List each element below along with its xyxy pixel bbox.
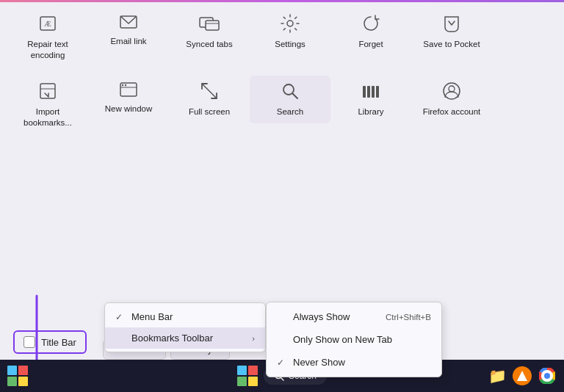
new-window-icon — [119, 81, 138, 101]
svg-point-6 — [287, 21, 293, 26]
toolbar-item-synced-tabs[interactable]: Synced tabs — [169, 8, 250, 56]
win-logo-tl — [7, 366, 17, 375]
synced-tabs-icon — [199, 14, 220, 36]
import-bookmarks-icon — [38, 81, 57, 104]
menu-item-menu-bar[interactable]: ✓ Menu Bar — [105, 306, 265, 327]
chrome-logo-icon — [539, 368, 555, 384]
toolbar-item-full-screen[interactable]: Full screen — [169, 76, 250, 123]
svg-marker-25 — [517, 371, 527, 381]
toolbar-item-save-pocket[interactable]: Save to Pocket — [411, 8, 492, 56]
new-window-label: New window — [105, 104, 153, 115]
repair-text-label: Repair text encoding — [12, 39, 84, 61]
svg-point-11 — [122, 84, 123, 86]
titlebar-checkbox[interactable] — [24, 336, 35, 348]
toolbar-item-search[interactable]: Search — [250, 76, 330, 123]
toolbar-item-new-window[interactable]: New window — [88, 76, 169, 120]
search-icon — [281, 81, 300, 104]
svg-point-21 — [449, 86, 455, 92]
synced-tabs-label: Synced tabs — [186, 39, 232, 50]
titlebar-checkbox-area[interactable]: Title Bar — [13, 330, 87, 354]
win-logo-tr — [18, 366, 28, 375]
taskbar-right: 📁 — [488, 366, 557, 385]
file-explorer-icon[interactable]: 📁 — [488, 366, 507, 385]
bookmarks-toolbar-check-icon — [115, 333, 126, 344]
chrome-icon[interactable] — [538, 366, 557, 385]
titlebar-label: Title Bar — [41, 337, 76, 348]
menu-bar-check-icon: ✓ — [115, 312, 126, 322]
toolbar-item-library[interactable]: Library — [330, 76, 411, 123]
toolbar-item-import-bookmarks[interactable]: Import bookmarks... — [7, 76, 88, 134]
win-logo-br — [18, 377, 28, 386]
menu-item-bookmarks-toolbar[interactable]: Bookmarks Toolbar › — [105, 327, 265, 349]
menu-item-always-show[interactable]: Always Show Ctrl+Shift+B — [267, 305, 441, 328]
email-link-label: Email link — [110, 36, 146, 47]
never-show-label: Never Show — [293, 357, 345, 368]
svg-rect-18 — [372, 86, 375, 98]
main-content-area — [0, 142, 564, 237]
toolbar-row-2: Import bookmarks... New window Full scre… — [0, 73, 564, 142]
always-show-check-icon — [277, 312, 287, 322]
svg-rect-17 — [367, 86, 370, 98]
svg-point-20 — [444, 83, 460, 99]
vlc-icon[interactable] — [513, 366, 532, 385]
svg-point-12 — [125, 84, 126, 86]
full-screen-icon — [200, 81, 219, 104]
menu-item-only-show-new-tab[interactable]: Only Show on New Tab — [267, 328, 441, 351]
menu-bar-label: Menu Bar — [131, 311, 173, 322]
only-show-check-icon — [277, 335, 287, 345]
bookmarks-toolbar-submenu-arrow-icon: › — [252, 334, 255, 343]
never-show-check-icon: ✓ — [277, 357, 287, 368]
toolbar-row-1: Æ Repair text encoding Email link Synced… — [0, 2, 564, 73]
context-menu-bookmarks-toolbar: Always Show Ctrl+Shift+B Only Show on Ne… — [266, 302, 442, 377]
forget-icon — [361, 14, 380, 36]
always-show-shortcut: Ctrl+Shift+B — [386, 313, 431, 322]
firefox-account-icon — [442, 81, 461, 104]
settings-icon — [281, 14, 300, 36]
svg-line-13 — [202, 84, 217, 98]
menu-item-never-show[interactable]: ✓ Never Show — [267, 351, 441, 374]
always-show-label: Always Show — [293, 311, 350, 322]
only-show-new-tab-label: Only Show on New Tab — [293, 334, 392, 345]
taskbar-left — [7, 366, 28, 386]
settings-label: Settings — [275, 39, 306, 50]
svg-rect-4 — [206, 21, 219, 30]
library-icon — [361, 81, 380, 104]
toolbar-item-forget[interactable]: Forget — [330, 8, 411, 56]
library-label: Library — [358, 106, 383, 117]
context-menu-toolbars: ✓ Menu Bar Bookmarks Toolbar › — [104, 302, 266, 352]
repair-text-icon: Æ — [38, 14, 57, 36]
svg-line-15 — [293, 93, 298, 98]
save-pocket-icon — [442, 14, 461, 36]
win-logo-bl — [7, 377, 17, 386]
toolbar-item-repair-text[interactable]: Æ Repair text encoding — [7, 8, 88, 67]
toolbar-item-email-link[interactable]: Email link — [88, 8, 169, 53]
save-pocket-label: Save to Pocket — [423, 39, 480, 50]
taskbar-windows-icon[interactable] — [237, 366, 258, 386]
svg-rect-16 — [363, 86, 366, 98]
import-bookmarks-label: Import bookmarks... — [12, 106, 84, 128]
toolbar-item-firefox-account[interactable]: Firefox account — [411, 76, 492, 123]
windows-logo-icon[interactable] — [7, 366, 28, 386]
firefox-account-label: Firefox account — [423, 106, 481, 117]
forget-label: Forget — [358, 39, 383, 50]
svg-line-24 — [281, 378, 283, 381]
search-label: Search — [277, 106, 303, 117]
vlc-cone-icon — [516, 369, 529, 382]
bookmarks-toolbar-label: Bookmarks Toolbar — [131, 333, 213, 344]
email-link-icon — [119, 14, 138, 33]
toolbar-item-settings[interactable]: Settings — [250, 8, 330, 56]
svg-point-27 — [544, 373, 550, 379]
full-screen-label: Full screen — [189, 106, 230, 117]
svg-rect-19 — [376, 86, 379, 98]
svg-text:Æ: Æ — [44, 19, 51, 28]
